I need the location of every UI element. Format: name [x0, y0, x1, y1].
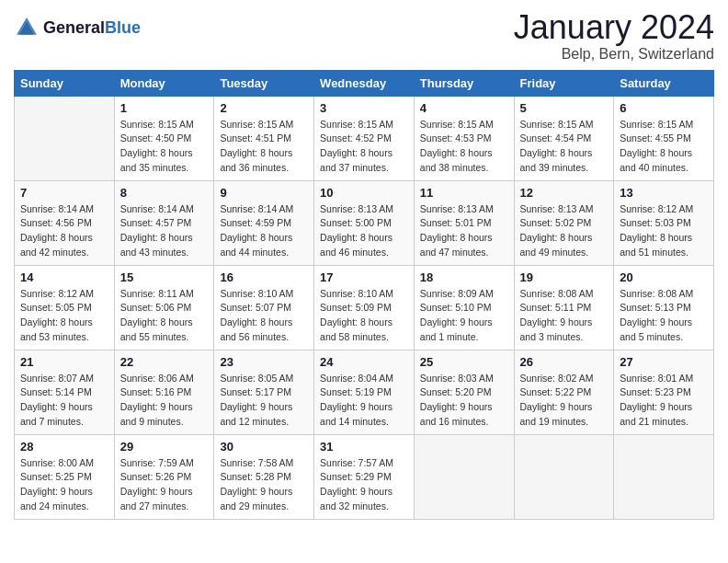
sunrise-text: Sunrise: 8:14 AM	[120, 202, 209, 217]
day-detail: Sunrise: 8:08 AMSunset: 5:13 PMDaylight:…	[620, 287, 708, 345]
calendar-cell: 29Sunrise: 7:59 AMSunset: 5:26 PMDayligh…	[114, 434, 214, 519]
day-detail: Sunrise: 8:12 AMSunset: 5:03 PMDaylight:…	[620, 202, 708, 260]
sunset-text: Sunset: 5:05 PM	[20, 301, 108, 316]
day-detail: Sunrise: 7:57 AMSunset: 5:29 PMDaylight:…	[320, 456, 408, 514]
calendar-cell: 28Sunrise: 8:00 AMSunset: 5:25 PMDayligh…	[15, 434, 115, 519]
sunset-text: Sunset: 4:53 PM	[420, 132, 508, 146]
day-detail: Sunrise: 8:15 AMSunset: 4:53 PMDaylight:…	[420, 118, 508, 176]
sunrise-text: Sunrise: 8:05 AM	[220, 372, 308, 386]
calendar-week-row: 7Sunrise: 8:14 AMSunset: 4:56 PMDaylight…	[15, 180, 714, 265]
daylight-text: Daylight: 8 hours and 39 minutes.	[520, 146, 609, 176]
day-detail: Sunrise: 8:15 AMSunset: 4:54 PMDaylight:…	[520, 118, 609, 176]
sunset-text: Sunset: 5:22 PM	[520, 385, 609, 400]
sunrise-text: Sunrise: 8:02 AM	[520, 372, 609, 386]
weekday-header-monday: Monday	[114, 70, 214, 96]
daylight-text: Daylight: 9 hours and 21 minutes.	[620, 400, 708, 430]
day-detail: Sunrise: 8:14 AMSunset: 4:59 PMDaylight:…	[220, 202, 308, 260]
daylight-text: Daylight: 8 hours and 46 minutes.	[320, 231, 408, 260]
day-number: 31	[320, 440, 408, 454]
daylight-text: Daylight: 9 hours and 9 minutes.	[120, 400, 209, 430]
daylight-text: Daylight: 9 hours and 27 minutes.	[120, 485, 209, 514]
day-detail: Sunrise: 8:13 AMSunset: 5:00 PMDaylight:…	[320, 202, 408, 260]
sunrise-text: Sunrise: 8:08 AM	[520, 287, 609, 302]
sunrise-text: Sunrise: 8:11 AM	[120, 287, 209, 302]
daylight-text: Daylight: 8 hours and 43 minutes.	[120, 231, 209, 260]
daylight-text: Daylight: 8 hours and 36 minutes.	[220, 146, 308, 176]
weekday-header-tuesday: Tuesday	[214, 70, 314, 96]
day-detail: Sunrise: 8:11 AMSunset: 5:06 PMDaylight:…	[120, 287, 209, 345]
sunset-text: Sunset: 5:28 PM	[220, 470, 308, 485]
calendar-cell: 26Sunrise: 8:02 AMSunset: 5:22 PMDayligh…	[514, 350, 614, 434]
day-number: 28	[20, 440, 108, 454]
calendar-header: SundayMondayTuesdayWednesdayThursdayFrid…	[15, 70, 714, 96]
day-number: 19	[520, 270, 609, 284]
day-detail: Sunrise: 8:03 AMSunset: 5:20 PMDaylight:…	[420, 372, 508, 430]
sunset-text: Sunset: 4:51 PM	[220, 132, 308, 146]
day-detail: Sunrise: 8:09 AMSunset: 5:10 PMDaylight:…	[420, 287, 508, 345]
sunset-text: Sunset: 4:57 PM	[120, 216, 209, 231]
main-title: January 2024	[514, 9, 714, 46]
day-detail: Sunrise: 8:07 AMSunset: 5:14 PMDaylight:…	[20, 372, 108, 430]
day-detail: Sunrise: 8:13 AMSunset: 5:02 PMDaylight:…	[520, 202, 609, 260]
sunrise-text: Sunrise: 8:13 AM	[420, 202, 508, 217]
weekday-header-thursday: Thursday	[414, 70, 514, 96]
calendar-cell: 21Sunrise: 8:07 AMSunset: 5:14 PMDayligh…	[15, 350, 115, 434]
day-number: 25	[420, 355, 508, 369]
daylight-text: Daylight: 8 hours and 35 minutes.	[120, 146, 209, 176]
day-number: 26	[520, 355, 609, 369]
sunset-text: Sunset: 4:55 PM	[620, 132, 708, 146]
day-detail: Sunrise: 8:01 AMSunset: 5:23 PMDaylight:…	[620, 372, 708, 430]
sunset-text: Sunset: 5:23 PM	[620, 385, 708, 400]
day-detail: Sunrise: 8:02 AMSunset: 5:22 PMDaylight:…	[520, 372, 609, 430]
calendar-cell	[514, 434, 614, 519]
day-number: 24	[320, 355, 408, 369]
day-number: 15	[120, 270, 209, 284]
day-number: 21	[20, 355, 108, 369]
daylight-text: Daylight: 9 hours and 24 minutes.	[20, 485, 108, 514]
sunset-text: Sunset: 5:26 PM	[120, 470, 209, 485]
calendar-cell: 13Sunrise: 8:12 AMSunset: 5:03 PMDayligh…	[614, 180, 714, 265]
daylight-text: Daylight: 9 hours and 19 minutes.	[520, 400, 609, 430]
sunrise-text: Sunrise: 7:58 AM	[220, 456, 308, 471]
sunset-text: Sunset: 4:59 PM	[220, 216, 308, 231]
weekday-header-wednesday: Wednesday	[314, 70, 415, 96]
calendar-cell	[614, 434, 714, 519]
sunset-text: Sunset: 5:14 PM	[20, 385, 108, 400]
calendar-cell: 14Sunrise: 8:12 AMSunset: 5:05 PMDayligh…	[15, 265, 115, 350]
day-detail: Sunrise: 8:10 AMSunset: 5:09 PMDaylight:…	[320, 287, 408, 345]
sunset-text: Sunset: 5:13 PM	[620, 301, 708, 316]
daylight-text: Daylight: 8 hours and 51 minutes.	[620, 231, 708, 260]
day-number: 30	[220, 440, 308, 454]
daylight-text: Daylight: 8 hours and 37 minutes.	[320, 146, 408, 176]
calendar-cell: 23Sunrise: 8:05 AMSunset: 5:17 PMDayligh…	[214, 350, 314, 434]
subtitle: Belp, Bern, Switzerland	[514, 46, 714, 63]
sunset-text: Sunset: 5:10 PM	[420, 301, 508, 316]
calendar-cell	[15, 96, 115, 180]
day-detail: Sunrise: 8:15 AMSunset: 4:55 PMDaylight:…	[620, 118, 708, 176]
daylight-text: Daylight: 9 hours and 1 minute.	[420, 316, 508, 345]
calendar-cell: 2Sunrise: 8:15 AMSunset: 4:51 PMDaylight…	[214, 96, 314, 180]
day-detail: Sunrise: 8:05 AMSunset: 5:17 PMDaylight:…	[220, 372, 308, 430]
sunrise-text: Sunrise: 8:01 AM	[620, 372, 708, 386]
calendar-cell: 27Sunrise: 8:01 AMSunset: 5:23 PMDayligh…	[614, 350, 714, 434]
day-detail: Sunrise: 8:13 AMSunset: 5:01 PMDaylight:…	[420, 202, 508, 260]
day-detail: Sunrise: 7:59 AMSunset: 5:26 PMDaylight:…	[120, 456, 209, 514]
sunset-text: Sunset: 5:00 PM	[320, 216, 408, 231]
weekday-header-row: SundayMondayTuesdayWednesdayThursdayFrid…	[15, 70, 714, 96]
day-detail: Sunrise: 8:14 AMSunset: 4:56 PMDaylight:…	[20, 202, 108, 260]
sunrise-text: Sunrise: 8:13 AM	[520, 202, 609, 217]
sunrise-text: Sunrise: 8:14 AM	[20, 202, 108, 217]
title-area: January 2024 Belp, Bern, Switzerland	[514, 9, 714, 63]
daylight-text: Daylight: 8 hours and 47 minutes.	[420, 231, 508, 260]
sunrise-text: Sunrise: 8:03 AM	[420, 372, 508, 386]
calendar-cell: 20Sunrise: 8:08 AMSunset: 5:13 PMDayligh…	[614, 265, 714, 350]
sunset-text: Sunset: 5:03 PM	[620, 216, 708, 231]
day-detail: Sunrise: 8:15 AMSunset: 4:51 PMDaylight:…	[220, 118, 308, 176]
calendar-cell: 4Sunrise: 8:15 AMSunset: 4:53 PMDaylight…	[414, 96, 514, 180]
weekday-header-sunday: Sunday	[15, 70, 115, 96]
calendar-cell: 6Sunrise: 8:15 AMSunset: 4:55 PMDaylight…	[614, 96, 714, 180]
sunrise-text: Sunrise: 8:07 AM	[20, 372, 108, 386]
sunset-text: Sunset: 4:52 PM	[320, 132, 408, 146]
daylight-text: Daylight: 8 hours and 56 minutes.	[220, 316, 308, 345]
weekday-header-friday: Friday	[514, 70, 614, 96]
